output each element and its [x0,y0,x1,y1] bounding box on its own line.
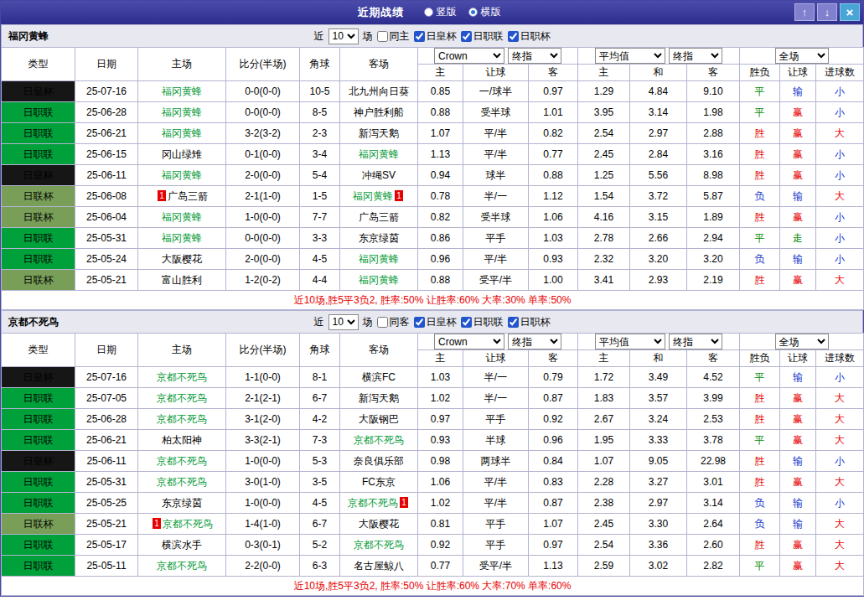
away-team[interactable]: 广岛三箭 [340,207,418,228]
cup-checkbox-2[interactable] [508,31,519,42]
corners: 6-7 [300,514,340,535]
home-team[interactable]: 福冈黄蜂 [138,165,226,186]
away-team[interactable]: FC东京 [340,472,418,493]
home-team[interactable]: 福冈黄蜂 [138,81,226,102]
match-result: 胜 [740,144,780,165]
eu-draw-odds: 2.97 [630,123,687,144]
away-team[interactable]: 东京绿茵 [340,228,418,249]
home-team[interactable]: 1广岛三箭 [138,186,226,207]
home-team-name: 福冈黄蜂 [162,169,202,181]
eu-stage-select[interactable]: 终指 [669,334,722,349]
match-count-select[interactable]: 10 [329,28,359,44]
home-team[interactable]: 大阪樱花 [138,249,226,270]
score: 3-3(2-1) [226,430,300,451]
scroll-down-button[interactable]: ↓ [817,3,837,21]
match-result: 胜 [740,472,780,493]
cup-filter-0[interactable]: 日皇杯 [414,315,457,329]
away-team[interactable]: 福冈黄蜂 [340,249,418,270]
home-team[interactable]: 冈山绿雉 [138,144,226,165]
cup-filter-2[interactable]: 日职杯 [508,29,551,44]
home-team[interactable]: 京都不死鸟 [138,556,226,577]
away-team[interactable]: 福冈黄蜂 [340,144,418,165]
close-button[interactable]: × [840,3,860,21]
layout-option-0[interactable]: 竖版 [424,5,457,19]
home-team[interactable]: 福冈黄蜂 [138,123,226,144]
same-venue-checkbox[interactable] [377,317,388,328]
cup-filter-1[interactable]: 日职联 [461,29,504,44]
score: 1-1(0-0) [226,367,300,388]
cup-filter-1[interactable]: 日职联 [461,315,504,329]
eu-draw-odds: 3.15 [630,207,687,228]
away-team[interactable]: 新泻天鹅 [340,123,418,144]
match-type: 日职联 [2,228,75,249]
cup-filter-0[interactable]: 日皇杯 [414,29,457,44]
same-venue-filter[interactable]: 同客 [377,315,410,329]
cup-label: 日皇杯 [427,315,457,329]
average-select[interactable]: 平均值 [595,334,665,349]
match-count-select[interactable]: 10 [329,314,359,330]
away-team[interactable]: 大阪樱花 [340,514,418,535]
away-team-name: 广岛三箭 [359,211,399,223]
away-team[interactable]: 福冈黄蜂 [340,270,418,291]
cup-filter-2[interactable]: 日职杯 [508,315,551,329]
same-venue-filter[interactable]: 同主 [377,29,410,44]
layout-option-1[interactable]: 横版 [468,5,501,19]
ah-line: 平/半 [463,123,529,144]
home-team[interactable]: 京都不死鸟 [138,388,226,409]
eu-away-odds: 1.89 [687,207,740,228]
handicap-result: 赢 [780,388,816,409]
cup-checkbox-0[interactable] [414,317,425,328]
home-team[interactable]: 京都不死鸟 [138,451,226,472]
cup-checkbox-1[interactable] [461,31,472,42]
home-team[interactable]: 东京绿茵 [138,493,226,514]
home-team[interactable]: 福冈黄蜂 [138,228,226,249]
home-team[interactable]: 横滨水手 [138,535,226,556]
cup-checkbox-1[interactable] [461,317,472,328]
away-team[interactable]: 新泻天鹅 [340,388,418,409]
cup-checkbox-2[interactable] [508,317,519,328]
away-team[interactable]: 名古屋鲸八 [340,556,418,577]
away-team[interactable]: 福冈黄蜂1 [340,186,418,207]
same-venue-checkbox[interactable] [377,31,388,42]
away-team[interactable]: 奈良俱乐部 [340,451,418,472]
ah-stage-select[interactable]: 终指 [508,48,561,64]
home-team-name: 京都不死鸟 [157,413,207,425]
average-select[interactable]: 平均值 [595,48,665,64]
goals-result: 大 [816,123,864,144]
home-team[interactable]: 柏太阳神 [138,430,226,451]
away-team[interactable]: 京都不死鸟1 [340,493,418,514]
corners: 1-5 [300,186,340,207]
match-result: 负 [740,514,780,535]
layout-option-label: 竖版 [437,5,457,19]
handicap-result: 输 [780,514,816,535]
column-header-1: 日期 [75,48,138,81]
away-team[interactable]: 冲绳SV [340,165,418,186]
bookmaker-select[interactable]: Crown [434,48,504,64]
scope-select[interactable]: 全场 [775,334,829,349]
away-team[interactable]: 北九州向日葵 [340,81,418,102]
ah-stage-select[interactable]: 终指 [508,334,561,349]
eu-home-odds: 2.78 [578,228,630,249]
ah-line: 受半球 [463,102,529,123]
home-team[interactable]: 福冈黄蜂 [138,207,226,228]
home-team[interactable]: 富山胜利 [138,270,226,291]
home-team[interactable]: 福冈黄蜂 [138,102,226,123]
bookmaker-select[interactable]: Crown [434,334,504,349]
scope-select[interactable]: 全场 [775,48,829,64]
column-header-2: 主场 [138,334,226,367]
match-date: 25-06-28 [75,409,138,430]
home-team[interactable]: 京都不死鸟 [138,472,226,493]
ah-line: 半球 [463,430,529,451]
away-team[interactable]: 大阪钢巴 [340,409,418,430]
away-team[interactable]: 横滨FC [340,367,418,388]
cup-checkbox-0[interactable] [414,31,425,42]
home-team[interactable]: 1京都不死鸟 [138,514,226,535]
away-team[interactable]: 京都不死鸟 [340,430,418,451]
eu-stage-select[interactable]: 终指 [669,48,722,64]
home-team[interactable]: 京都不死鸟 [138,409,226,430]
away-team[interactable]: 京都不死鸟 [340,535,418,556]
handicap-result: 赢 [780,409,816,430]
scroll-up-button[interactable]: ↑ [794,3,815,21]
home-team[interactable]: 京都不死鸟 [138,367,226,388]
away-team[interactable]: 神户胜利船 [340,102,418,123]
